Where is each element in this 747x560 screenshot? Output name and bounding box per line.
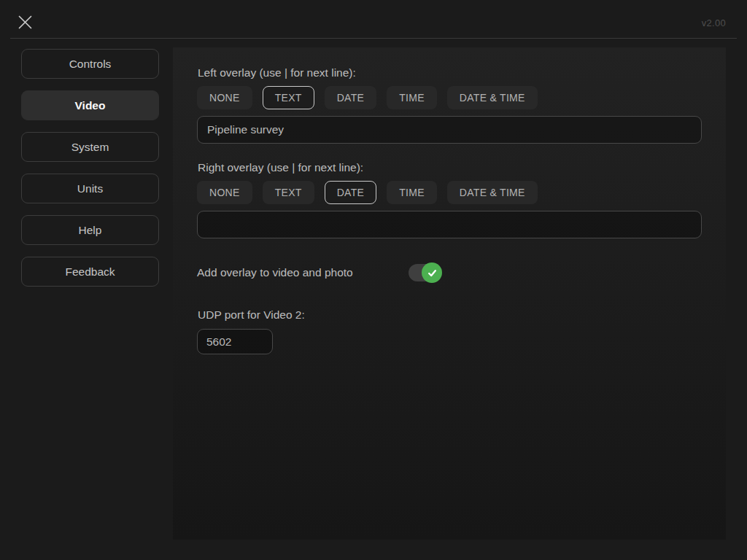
- left-overlay-label: Left overlay (use | for next line):: [198, 66, 702, 79]
- right-overlay-option-none[interactable]: NONE: [197, 181, 252, 204]
- udp-port-label: UDP port for Video 2:: [198, 308, 702, 322]
- right-overlay-options: NONETEXTDATETIMEDATE & TIME: [197, 181, 702, 204]
- check-icon: [427, 268, 438, 279]
- close-icon: [18, 15, 32, 29]
- left-overlay-option-date[interactable]: DATE: [325, 86, 377, 109]
- sidebar-item-feedback[interactable]: Feedback: [21, 257, 159, 287]
- version-label: v2.00: [702, 18, 726, 28]
- sidebar-item-help[interactable]: Help: [21, 215, 159, 245]
- sidebar-item-video[interactable]: Video: [21, 90, 159, 120]
- left-overlay-option-date-time[interactable]: DATE & TIME: [447, 86, 538, 109]
- left-overlay-option-time[interactable]: TIME: [387, 86, 437, 109]
- right-overlay-option-date[interactable]: DATE: [325, 181, 377, 204]
- udp-port-input[interactable]: [197, 329, 273, 354]
- add-overlay-toggle[interactable]: [409, 264, 441, 281]
- right-overlay-text-input[interactable]: [197, 211, 702, 238]
- left-overlay-text-input[interactable]: [197, 116, 702, 144]
- video-settings-panel: Left overlay (use | for next line): NONE…: [173, 47, 726, 540]
- add-overlay-label: Add overlay to video and photo: [197, 266, 409, 279]
- left-overlay-options: NONETEXTDATETIMEDATE & TIME: [197, 86, 702, 109]
- topbar-divider: [10, 38, 737, 39]
- add-overlay-row: Add overlay to video and photo: [197, 263, 702, 282]
- sidebar-item-controls[interactable]: Controls: [21, 49, 159, 79]
- close-button[interactable]: [18, 15, 32, 29]
- sidebar-item-system[interactable]: System: [21, 132, 159, 162]
- right-overlay-label: Right overlay (use | for next line):: [198, 161, 702, 174]
- sidebar: ControlsVideoSystemUnitsHelpFeedback: [21, 49, 159, 298]
- left-overlay-option-none[interactable]: NONE: [197, 86, 252, 109]
- right-overlay-option-time[interactable]: TIME: [387, 181, 437, 204]
- sidebar-item-units[interactable]: Units: [21, 174, 159, 203]
- right-overlay-option-text[interactable]: TEXT: [263, 181, 314, 204]
- toggle-knob: [422, 262, 442, 283]
- right-overlay-option-date-time[interactable]: DATE & TIME: [447, 181, 538, 204]
- left-overlay-option-text[interactable]: TEXT: [263, 86, 314, 109]
